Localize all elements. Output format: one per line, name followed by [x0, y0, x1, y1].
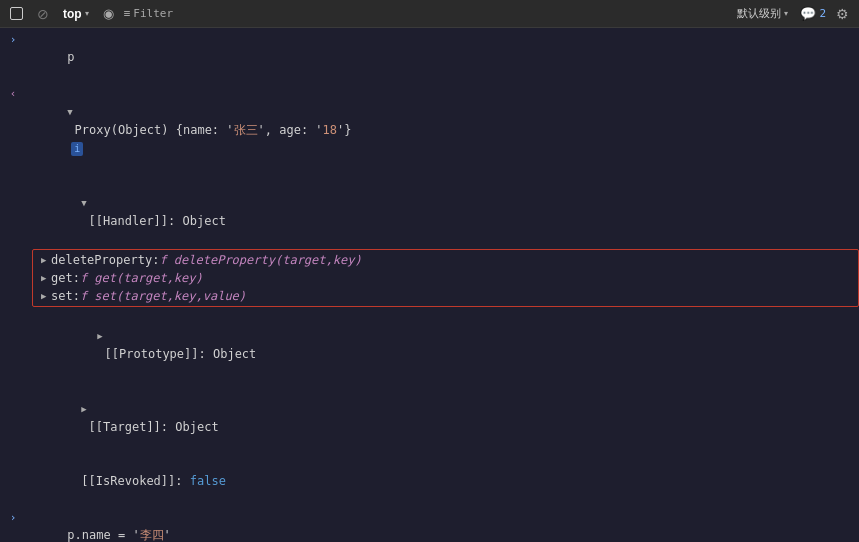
list-item: [[Target]]: Object	[0, 381, 859, 454]
list-item: [[IsRevoked]]: false	[0, 454, 859, 508]
new-session-button[interactable]	[6, 5, 27, 22]
no-entry-icon: ⊘	[37, 6, 49, 22]
input-arrow-icon: ›	[4, 30, 22, 49]
expand-icon[interactable]	[41, 269, 51, 287]
console-text: [[Handler]]: Object	[22, 175, 855, 248]
console-text: [[Prototype]]: Object	[22, 308, 855, 381]
spacer	[4, 308, 22, 309]
console-text: p.name = '李四'	[22, 508, 855, 542]
level-chevron-icon: ▾	[784, 9, 788, 18]
list-item: deleteProperty: f deleteProperty(target,…	[33, 251, 858, 269]
top-selector-button[interactable]: top ▾	[59, 5, 93, 23]
eye-button[interactable]: ◉	[99, 4, 118, 23]
console-text: [[Target]]: Object	[22, 381, 855, 454]
output-arrow-icon: ‹	[4, 84, 22, 103]
list-item: [[Prototype]]: Object	[0, 308, 859, 381]
filter-icon: ≡	[124, 7, 131, 20]
default-level-label: 默认级别	[737, 6, 781, 21]
badge-bubble-icon: 💬	[800, 6, 816, 21]
handler-methods-box: deleteProperty: f deleteProperty(target,…	[32, 249, 859, 307]
expand-icon[interactable]	[97, 327, 107, 345]
message-badge: 💬 2	[800, 6, 826, 21]
gear-icon: ⚙	[836, 6, 849, 22]
console-text: [[IsRevoked]]: false	[22, 454, 855, 508]
spacer	[4, 381, 22, 382]
console-text: p	[22, 30, 855, 84]
filter-area: ≡ Filter	[124, 7, 173, 20]
default-level-button[interactable]: 默认级别 ▾	[731, 4, 794, 23]
list-item: [[Handler]]: Object	[0, 175, 859, 248]
settings-button[interactable]: ⚙	[832, 4, 853, 24]
expand-icon[interactable]	[81, 400, 91, 418]
list-item: › p	[0, 30, 859, 84]
message-count: 2	[819, 7, 826, 20]
list-item: ‹ Proxy(Object) {name: '张三', age: '18'} …	[0, 84, 859, 175]
spacer	[4, 454, 22, 455]
list-item: set: f set(target,key,value)	[33, 287, 858, 305]
expand-icon[interactable]	[81, 194, 91, 212]
filter-label: Filter	[133, 7, 173, 20]
expand-icon[interactable]	[67, 103, 77, 121]
console-text: Proxy(Object) {name: '张三', age: '18'} i	[22, 84, 855, 175]
no-entry-button[interactable]: ⊘	[33, 4, 53, 24]
spacer	[4, 175, 22, 176]
input-arrow-icon: ›	[4, 508, 22, 527]
top-label: top	[63, 7, 82, 21]
chevron-down-icon: ▾	[85, 9, 89, 18]
console-panel: › p ‹ Proxy(Object) {name: '张三', age: '1…	[0, 28, 859, 542]
toolbar: ⊘ top ▾ ◉ ≡ Filter 默认级别 ▾ 💬 2 ⚙	[0, 0, 859, 28]
list-item: get: f get(target,key)	[33, 269, 858, 287]
eye-icon: ◉	[103, 6, 114, 21]
expand-icon[interactable]	[41, 251, 51, 269]
list-item: › p.name = '李四'	[0, 508, 859, 542]
new-session-icon	[10, 7, 23, 20]
expand-icon[interactable]	[41, 287, 51, 305]
info-badge: i	[71, 142, 83, 156]
